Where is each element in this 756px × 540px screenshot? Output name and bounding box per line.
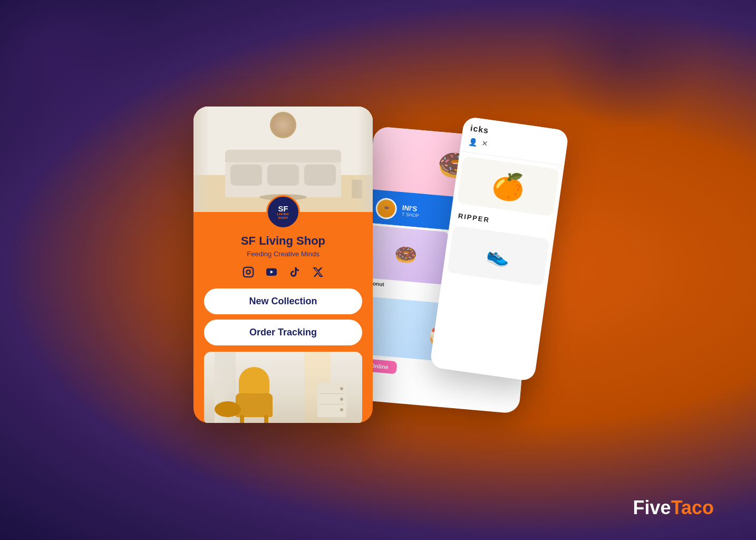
drawer-unit [317,383,346,417]
shop-name: SF Living Shop [204,234,362,248]
donut-cell-pink: 🍩 l Donut [362,225,449,301]
orange-emoji: 🍊 [490,169,526,204]
fivetaco-brand: FiveTaco [633,497,714,519]
sf-card-body: SF LIVINGSHOP SF Living Shop Feeding Cre… [193,195,373,423]
footer-room-image [204,352,362,423]
donut-shop-info: INI'S T SHOP [402,204,420,218]
sofa [225,160,341,197]
fivetaco-label: FiveTaco [633,497,714,518]
tiktok-icon[interactable] [287,264,303,280]
x-icon-shoe: ✕ [481,139,488,148]
sofa-cushion-right [304,165,336,186]
ottoman [215,401,241,417]
donut-shop-logo: 🍩 [375,197,398,220]
donut-logo-inner: 🍩 [376,199,396,218]
pink-donut-image: 🍩 [363,225,449,285]
social-icons-row [204,264,362,280]
footer-room-scene [204,352,362,423]
sofa-cushion-mid [267,165,299,186]
drawer-knob-1 [340,387,343,390]
sf-living-card: SF LIVINGSHOP SF Living Shop Feeding Cre… [193,107,373,423]
chair-back [239,367,269,396]
new-collection-button[interactable]: New Collection [204,288,362,314]
x-twitter-icon[interactable] [310,264,326,280]
order-tracking-button[interactable]: Order Tracking [204,320,362,345]
sf-logo-text: SF [278,205,288,213]
drawer-knob-2 [340,398,343,401]
svg-rect-0 [244,267,253,277]
shoe-emoji: 👟 [485,243,511,268]
yellow-chair [236,375,273,417]
sf-logo: SF LIVINGSHOP [266,195,300,229]
orange-product-display: 🍊 [457,156,559,217]
drawer-line-2 [319,404,344,404]
youtube-icon[interactable] [264,264,279,280]
svg-point-2 [250,269,251,270]
drawer-knob-3 [340,408,343,411]
facebook-icon-shoe: 👤 [468,137,478,147]
chair-leg-right [264,415,268,423]
macrame-decor [270,112,296,138]
sf-logo-sub: LIVINGSHOP [277,213,289,219]
sofa-cushion-left [230,165,262,186]
instagram-icon[interactable] [240,264,256,280]
svg-point-1 [246,270,250,274]
chair-seat [236,393,273,417]
chair-leg-left [240,415,244,423]
drawer-line-1 [319,393,344,394]
shop-tagline: Feeding Creative Minds [204,250,362,258]
scene-container: 🍩 🍩 INI'S T SHOP f ✕ 🍩 l Donut [193,107,563,433]
